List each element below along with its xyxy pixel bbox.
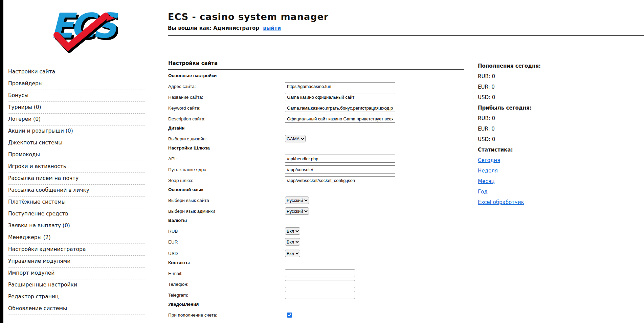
sidebar-item[interactable]: Рассылка сообщений в личку [8,185,145,197]
field-label: Название сайта: [168,95,285,100]
form-row: Description сайта: [168,115,464,123]
soap-gateway-input[interactable] [285,176,395,184]
form-row: Выбери язык админкиРусский [168,207,464,215]
sidebar-item[interactable]: Расширенные настройки [8,279,145,291]
field-label: USD [168,251,285,256]
section-header: Валюты [168,218,464,224]
header-divider [168,35,644,36]
section-header: Основной язык [168,187,464,193]
profit-today-title: Прибыль сегодня: [478,105,623,111]
site-language-select[interactable]: Русский [285,197,309,204]
sidebar-item[interactable]: Редактор страниц [8,291,145,303]
sidebar-item[interactable]: Менеджеры (2) [8,232,145,244]
field-label: Telegram: [168,293,285,298]
design-select[interactable]: GAMA [285,135,306,142]
statistics-title: Статистика: [478,147,623,153]
admin-language-select[interactable]: Русский [285,207,309,215]
logout-link[interactable]: выйти [263,25,281,31]
sidebar-item[interactable]: Лотереи (0) [8,114,145,125]
field-label: RUB [168,229,285,234]
form-row: Soap шлюз: [168,176,464,184]
deposits-today-title: Пополнения сегодня: [478,63,623,69]
field-label: Адрес сайта: [168,84,285,89]
eur-select[interactable]: Вкл [285,238,300,246]
sidebar-item[interactable]: Обновление системы [8,303,145,315]
sidebar-item[interactable]: Рассылка писем на почту [8,173,145,185]
form-row: Телефон: [168,280,464,288]
sidebar-item[interactable]: Управление модулями [8,256,145,268]
api-input[interactable] [285,155,395,163]
sidebar-item[interactable]: Турниры (0) [8,102,145,114]
field-label: Keyword сайта: [168,106,285,111]
logged-in-status: Вы вошли как: Администратор выйти [168,25,281,31]
settings-panel: Настройки сайта Основные настройкиАдрес … [168,60,464,322]
sidebar-item[interactable]: Платёжные системы [8,197,145,208]
page-title: ECS - casino system manager [168,11,329,22]
form-row: USDВкл [168,249,464,257]
sidebar-item[interactable]: Заявки на выплату (0) [8,220,145,232]
field-label: EUR [168,239,285,245]
sidebar-item[interactable]: Джекпоты системы [8,137,145,149]
rub-select[interactable]: Вкл [285,227,300,235]
deposit-row: EUR: 0 [478,84,623,90]
form-row: API: [168,155,464,163]
stats-link[interactable]: Неделя [478,168,498,174]
sidebar-item[interactable]: Промокоды [8,149,145,161]
sidebar-item[interactable]: Провайдеры [8,78,145,90]
sidebar-menu: Настройки сайтаПровайдерыБонусыТурниры (… [8,66,145,315]
section-header: Настройки Шлюза [168,145,464,151]
stats-panel: Пополнения сегодня: RUB: 0EUR: 0USD: 0 П… [478,63,623,210]
site-name-input[interactable] [285,93,395,101]
deposit-row: RUB: 0 [478,73,623,79]
sidebar-item[interactable]: Настройки администратора [8,244,145,256]
sidebar-item[interactable]: Бонусы [8,90,145,102]
field-label: E-mail: [168,271,285,276]
sidebar-item[interactable]: Настройки сайта [8,66,145,78]
field-label: Description сайта: [168,116,285,121]
form-row: При пополнение счета: [168,311,464,319]
deposits-today-list: RUB: 0EUR: 0USD: 0 [478,73,623,100]
field-label: При пополнение счета: [168,313,285,318]
sidebar-item[interactable]: Импорт модулей [8,268,145,279]
left-edge-bar [0,0,3,323]
profit-row: EUR: 0 [478,126,623,132]
section-header: Уведомления [168,302,464,307]
form-row: Telegram: [168,291,464,299]
field-label: Выберите дизайн: [168,136,285,141]
form-row: Название сайта: [168,93,464,101]
site-address-input[interactable] [285,82,395,90]
field-label: Выбери язык админки [168,209,285,214]
stats-link[interactable]: Excel обработчик [478,199,524,205]
telegram-input[interactable] [285,291,355,299]
sidebar-content-divider [162,51,162,323]
field-label: Выбери язык сайта [168,198,285,203]
email-input[interactable] [285,269,355,277]
site-description-input[interactable] [285,115,395,123]
section-header: Контакты [168,260,464,266]
sidebar-item[interactable]: Акции и розыгрыши (0) [8,125,145,137]
field-label: Телефон: [168,282,285,287]
field-label: API: [168,156,285,161]
settings-form: Основные настройкиАдрес сайта:Название с… [168,73,464,319]
usd-select[interactable]: Вкл [285,250,300,257]
stats-link[interactable]: Месяц [478,178,495,184]
phone-input[interactable] [285,280,355,288]
stats-link[interactable]: Год [478,189,488,195]
form-row: EURВкл [168,238,464,246]
stats-link[interactable]: Сегодня [478,157,500,163]
sidebar-item[interactable]: Поступление средств [8,208,145,220]
form-row: Выбери язык сайтаРусский [168,196,464,204]
field-label: Путь к папке ядра: [168,167,285,172]
notify-deposit-checkbox[interactable] [287,313,292,318]
panel-title: Настройки сайта [168,60,464,66]
panel-title-divider [168,69,464,70]
deposit-row: USD: 0 [478,94,623,100]
ecs-logo: ECS ECS [47,4,118,53]
sidebar-item[interactable]: Игроки и активность [8,161,145,173]
section-header: Дизайн [168,125,464,131]
core-path-input[interactable] [285,165,395,174]
form-row: Адрес сайта: [168,82,464,90]
form-row: RUBВкл [168,227,464,235]
site-keyword-input[interactable] [285,104,395,112]
profit-row: USD: 0 [478,136,623,142]
